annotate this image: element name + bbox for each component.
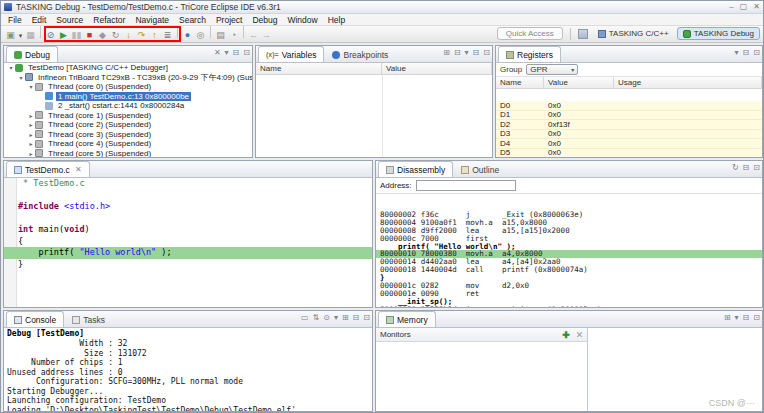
editor-line[interactable]: { xyxy=(18,236,372,248)
maximize-view-icon[interactable]: ⊡ xyxy=(243,48,250,58)
tree-item[interactable]: 2 _start() cstart.c:1441 0x8000284a xyxy=(4,101,252,111)
editor-line[interactable]: int main(void) xyxy=(18,224,372,236)
tree-item[interactable]: ▸Thread (core 5) (Suspended) xyxy=(4,149,252,158)
tab-breakpoints[interactable]: Breakpoints xyxy=(324,46,396,62)
view-menu-icon[interactable]: ▾ xyxy=(735,48,739,58)
close-tab-icon[interactable]: ✕ xyxy=(75,165,82,174)
twistie-icon[interactable]: ▸ xyxy=(27,121,35,128)
tab-testdemo-c[interactable]: TestDemo.c ✕ xyxy=(6,161,90,177)
terminate-icon[interactable]: ■ xyxy=(83,28,96,42)
register-row[interactable]: D30x0 xyxy=(496,130,762,140)
clear-console-icon[interactable]: ▭ xyxy=(301,313,309,323)
column-value[interactable]: Value xyxy=(544,77,614,88)
twistie-icon[interactable]: ▸ xyxy=(27,140,35,147)
maximize-view-icon[interactable]: ⊡ xyxy=(753,163,760,173)
register-row[interactable]: D20xf13f xyxy=(496,120,762,130)
menu-source[interactable]: Source xyxy=(51,15,88,25)
disassembly-listing[interactable]: 80000002 f36c j _Exit (0x8000063e)800000… xyxy=(376,211,762,307)
open-console-icon[interactable]: ⊞ xyxy=(342,313,349,323)
minimize-view-icon[interactable]: ⊟ xyxy=(743,163,750,173)
menu-window[interactable]: Window xyxy=(282,15,322,25)
maximize-view-icon[interactable]: ⊡ xyxy=(363,313,370,323)
tab-memory[interactable]: Memory xyxy=(378,311,436,327)
console-body[interactable]: Debug [TestDemo] Width : 32 Size : 13107… xyxy=(4,328,372,411)
disassembly-line[interactable]: 80000020 13558b3d ja __init_sp (0x800002… xyxy=(376,306,762,307)
twistie-icon[interactable]: ▾ xyxy=(7,64,15,71)
show-type-names-icon[interactable]: ⊞ xyxy=(443,48,450,58)
column-value[interactable]: Value xyxy=(382,63,492,74)
close-window-icon[interactable]: ✕ xyxy=(753,3,760,11)
step-over-icon[interactable]: ↷ xyxy=(135,28,148,42)
editor-line[interactable] xyxy=(18,213,372,225)
maximize-window-icon[interactable]: ▢ xyxy=(740,3,748,11)
minimize-view-icon[interactable]: ⊟ xyxy=(473,48,480,58)
menu-navigate[interactable]: Navigate xyxy=(130,15,174,25)
tree-item[interactable]: ▾Infineon TriBoard TC29xB - TC39xB (20-9… xyxy=(4,73,252,83)
register-row[interactable]: D10x0 xyxy=(496,111,762,121)
minimize-window-icon[interactable]: – xyxy=(729,3,733,11)
expressions-icon[interactable]: ◎ xyxy=(194,28,207,42)
open-element-icon[interactable]: ▤ xyxy=(214,28,227,42)
new-wizard-icon[interactable]: ▣ xyxy=(4,28,17,42)
menu-edit[interactable]: Edit xyxy=(27,15,52,25)
register-row[interactable]: D40x0 xyxy=(496,139,762,149)
twistie-icon[interactable]: ▸ xyxy=(27,150,35,157)
menu-help[interactable]: Help xyxy=(323,15,350,25)
add-monitor-icon[interactable]: ✚ xyxy=(562,330,570,340)
editor-body[interactable]: * TestDemo.c #include <stdio.h> int main… xyxy=(4,178,372,307)
scroll-lock-icon[interactable]: ⇅ xyxy=(312,313,319,323)
menu-refactor[interactable]: Refactor xyxy=(88,15,130,25)
tree-item[interactable]: ▾Thread (core 0) (Suspended) xyxy=(4,82,252,92)
maximize-view-icon[interactable]: ⊡ xyxy=(753,313,760,323)
disconnect-icon[interactable]: ◆ xyxy=(96,28,109,42)
forward-icon[interactable]: → xyxy=(260,28,273,42)
view-menu-icon[interactable]: ▾ xyxy=(735,313,739,323)
column-name[interactable]: Name xyxy=(256,63,382,74)
minimize-view-icon[interactable]: ⊟ xyxy=(353,313,360,323)
editor-line[interactable]: #include <stdio.h> xyxy=(18,201,372,213)
tab-console[interactable]: Console xyxy=(6,311,64,327)
suspend-icon[interactable]: ▮▮ xyxy=(70,28,83,42)
remove-terminated-icon[interactable]: ✕ xyxy=(214,48,221,58)
remove-monitor-icon[interactable]: ✕ xyxy=(576,330,584,340)
tab-disassembly[interactable]: Disassembly xyxy=(378,161,453,177)
save-icon[interactable]: ▦ xyxy=(24,28,37,42)
tab-debug[interactable]: Debug xyxy=(6,46,58,62)
menu-search[interactable]: Search xyxy=(174,15,211,25)
back-icon[interactable]: ← xyxy=(247,28,260,42)
search-icon[interactable]: ◔ xyxy=(227,28,240,42)
twistie-icon[interactable]: ▾ xyxy=(17,74,25,81)
address-input[interactable] xyxy=(416,180,516,191)
twistie-icon[interactable]: ▸ xyxy=(27,112,35,119)
minimize-view-icon[interactable]: ⊟ xyxy=(743,313,750,323)
collapse-all-icon[interactable]: ⊟ xyxy=(454,48,461,58)
minimize-view-icon[interactable]: ⊟ xyxy=(743,48,750,58)
display-console-icon[interactable]: ▾ xyxy=(334,313,338,323)
tab-registers[interactable]: Registers xyxy=(498,46,561,62)
column-usage[interactable]: Usage xyxy=(614,77,762,88)
tree-item[interactable]: 1 main() TestDemo.c:13 0x800000be xyxy=(4,92,252,102)
minimize-view-icon[interactable]: ⊟ xyxy=(233,48,240,58)
resume-icon[interactable]: ▶ xyxy=(57,28,70,42)
menu-project[interactable]: Project xyxy=(211,15,247,25)
tree-item[interactable]: ▸Thread (core 4) (Suspended) xyxy=(4,139,252,149)
view-menu-icon[interactable]: ▾ xyxy=(465,48,469,58)
view-menu-icon[interactable]: ▾ xyxy=(225,48,229,58)
twistie-icon[interactable]: ▾ xyxy=(27,83,35,90)
group-dropdown[interactable]: GPR ▾ xyxy=(526,64,578,75)
column-name[interactable]: Name xyxy=(496,77,544,88)
register-row[interactable]: D00x0 xyxy=(496,101,762,111)
tab-variables[interactable]: (x)= Variables xyxy=(258,46,324,62)
editor-line[interactable]: printf( "Hello world\n" ); xyxy=(4,247,372,259)
perspective-cpp[interactable]: TASKING C/C++ xyxy=(592,27,675,40)
menu-debug[interactable]: Debug xyxy=(247,15,282,25)
register-row[interactable]: D50x0 xyxy=(496,149,762,158)
maximize-view-icon[interactable]: ⊡ xyxy=(753,48,760,58)
maximize-view-icon[interactable]: ⊡ xyxy=(483,48,490,58)
open-perspective-icon[interactable] xyxy=(578,29,588,39)
tree-item[interactable]: ▸Thread (core 2) (Suspended) xyxy=(4,120,252,130)
menu-file[interactable]: File xyxy=(3,15,27,25)
instruction-stepping-icon[interactable]: ≣ xyxy=(161,28,174,42)
breakpoint-toggle-icon[interactable]: ● xyxy=(181,28,194,42)
new-dropdown-caret-icon[interactable]: ▾ xyxy=(17,29,24,43)
